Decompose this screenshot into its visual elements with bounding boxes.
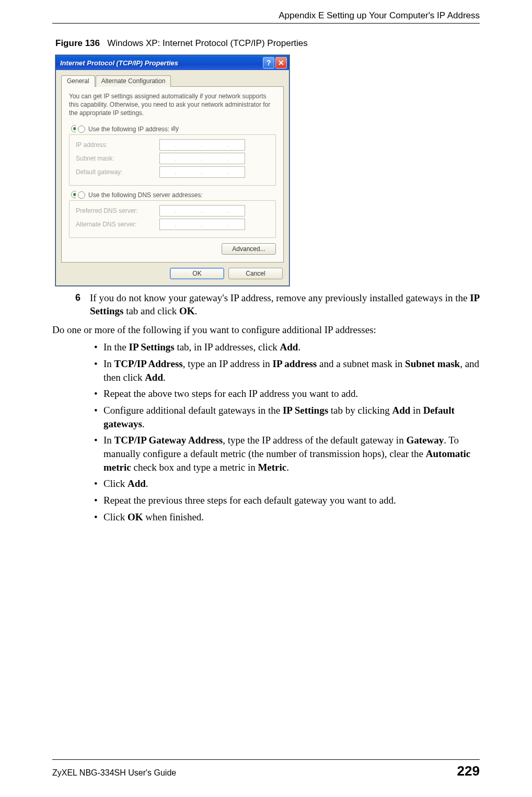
text: check box and type a metric in — [131, 462, 258, 473]
field-subnet: Subnet mask: ... — [76, 153, 269, 164]
radio-dns-manual-label: Use the following DNS server addresses: — [88, 191, 203, 199]
header-rule — [52, 23, 480, 24]
dialog-title: Internet Protocol (TCP/IP) Properties — [60, 59, 262, 67]
label-pref-dns: Preferred DNS server: — [76, 207, 159, 214]
text: If you do not know your gateway's IP add… — [90, 292, 470, 303]
text: . — [146, 478, 148, 489]
bold: Add — [280, 341, 298, 352]
ip-group: Use the following IP address: IP address… — [69, 134, 276, 186]
label-alt-dns: Alternate DNS server: — [76, 221, 159, 228]
list-item: In the IP Settings tab, in IP addresses,… — [94, 340, 480, 354]
bold: IP Settings — [283, 405, 328, 416]
xp-titlebar[interactable]: Internet Protocol (TCP/IP) Properties ? … — [56, 55, 289, 70]
tab-strip: General Alternate Configuration — [61, 75, 284, 87]
list-item: In TCP/IP Address, type an IP address in… — [94, 357, 480, 384]
text: In — [103, 358, 114, 369]
bold: IP address — [273, 358, 317, 369]
tab-general[interactable]: General — [61, 75, 95, 87]
text: Click — [103, 478, 128, 489]
dialog-description: You can get IP settings assigned automat… — [69, 92, 276, 118]
field-ip: IP address: ... — [76, 139, 269, 151]
radio-ip-manual-row[interactable]: Use the following IP address: — [76, 126, 171, 133]
step-text: If you do not know your gateway's IP add… — [90, 291, 480, 318]
list-item: Configure additional default gateways in… — [94, 404, 480, 430]
text: in — [410, 405, 423, 416]
list-item: Click Add. — [94, 477, 480, 491]
label-gateway: Default gateway: — [76, 168, 159, 176]
dialog-footer: OK Cancel — [56, 263, 289, 286]
text: Repeat the above two steps for each IP a… — [103, 388, 358, 399]
page-header: Appendix E Setting up Your Computer's IP… — [52, 10, 480, 21]
step-6: 6 If you do not know your gateway's IP a… — [75, 291, 480, 318]
page-footer: ZyXEL NBG-334SH User's Guide 229 — [52, 759, 480, 779]
list-item: Repeat the previous three steps for each… — [94, 494, 480, 507]
radio-ip-manual-label: Use the following IP address: — [88, 126, 169, 133]
bold: TCP/IP Gateway Address — [114, 435, 223, 446]
text: and a subnet mask in — [317, 358, 405, 369]
figure-label: Figure 136 — [55, 38, 100, 48]
bold: Add — [145, 372, 163, 383]
text: tab by clicking — [328, 405, 392, 416]
help-button[interactable]: ? — [263, 57, 274, 69]
close-icon: ✕ — [278, 59, 284, 67]
figure-title: Windows XP: Internet Protocol (TCP/IP) P… — [107, 38, 308, 48]
text: Configure additional default gateways in… — [103, 405, 283, 416]
text: when finished. — [143, 511, 204, 522]
step-number: 6 — [75, 291, 90, 318]
text: tab and click — [123, 305, 179, 316]
label-subnet: Subnet mask: — [76, 155, 159, 162]
footer-rule — [52, 759, 480, 760]
input-gateway[interactable]: ... — [159, 166, 245, 178]
text: . — [163, 372, 166, 383]
bold: OK — [179, 305, 195, 316]
text: tab, in IP addresses, click — [175, 341, 280, 352]
bold: IP Settings — [129, 341, 175, 352]
text: Click — [103, 511, 128, 522]
input-ip[interactable]: ... — [159, 139, 245, 151]
text: . — [286, 462, 289, 473]
ok-button[interactable]: OK — [170, 268, 224, 279]
radio-dns-manual-row[interactable]: Use the following DNS server addresses: — [76, 191, 205, 199]
text: , type an IP address in — [183, 358, 273, 369]
field-alt-dns: Alternate DNS server: ... — [76, 219, 269, 230]
dns-group: Use the following DNS server addresses: … — [69, 200, 276, 238]
figure-caption: Figure 136 Windows XP: Internet Protocol… — [55, 38, 480, 49]
text: Repeat the previous three steps for each… — [103, 495, 396, 506]
cancel-button[interactable]: Cancel — [228, 268, 283, 279]
text: . — [142, 418, 145, 429]
radio-icon — [78, 191, 85, 199]
input-pref-dns[interactable]: ... — [159, 205, 245, 217]
input-alt-dns[interactable]: ... — [159, 219, 245, 230]
bold: Metric — [258, 462, 286, 473]
page-number: 229 — [457, 763, 480, 779]
text: , type the IP address of the default gat… — [223, 435, 406, 446]
close-button[interactable]: ✕ — [275, 57, 287, 69]
label-ip: IP address: — [76, 141, 159, 149]
field-pref-dns: Preferred DNS server: ... — [76, 205, 269, 217]
bold: OK — [128, 511, 143, 522]
bold: Add — [392, 405, 411, 416]
advanced-button[interactable]: Advanced... — [222, 243, 276, 255]
input-subnet[interactable]: ... — [159, 153, 245, 164]
tab-alternate[interactable]: Alternate Configuration — [96, 75, 171, 87]
text: . — [195, 305, 198, 316]
list-item: Click OK when finished. — [94, 510, 480, 524]
text: In the — [103, 341, 129, 352]
xp-tcpip-dialog: Internet Protocol (TCP/IP) Properties ? … — [55, 55, 290, 286]
bold: Subnet mask — [405, 358, 460, 369]
question-icon: ? — [267, 59, 271, 67]
bold: Add — [128, 478, 146, 489]
footer-guide-name: ZyXEL NBG-334SH User's Guide — [52, 768, 176, 778]
bold: Gateway — [406, 435, 444, 446]
tab-panel: You can get IP settings assigned automat… — [61, 86, 284, 263]
list-item: In TCP/IP Gateway Address, type the IP a… — [94, 434, 480, 474]
radio-icon — [78, 126, 85, 133]
bold: TCP/IP Address — [114, 358, 183, 369]
bullet-list: In the IP Settings tab, in IP addresses,… — [94, 340, 480, 523]
field-gateway: Default gateway: ... — [76, 166, 269, 178]
list-item: Repeat the above two steps for each IP a… — [94, 387, 480, 401]
text: In — [103, 435, 114, 446]
paragraph: Do one or more of the following if you w… — [52, 323, 480, 337]
text: . — [298, 341, 300, 352]
